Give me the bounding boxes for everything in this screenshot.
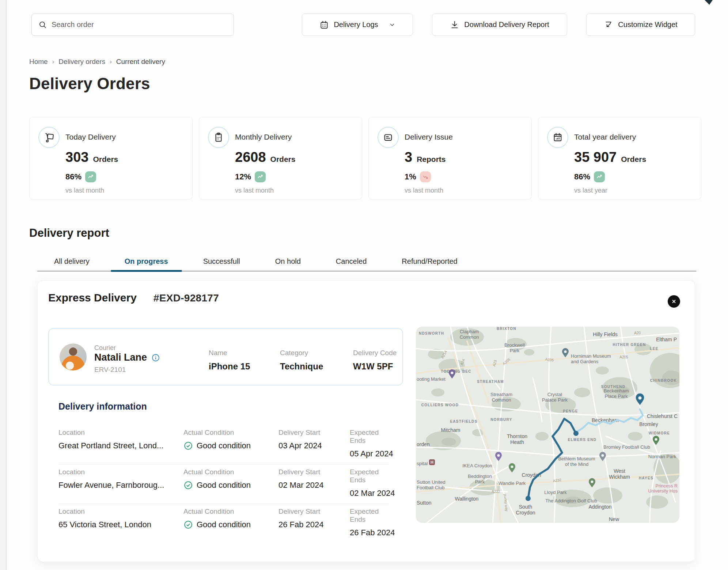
trend-up-icon bbox=[594, 171, 605, 182]
clipboard-icon bbox=[208, 127, 229, 148]
delivery-info-row: Location 65 Victoria Street, London Actu… bbox=[58, 504, 388, 543]
location-value: Great Portland Street, Lond... bbox=[58, 441, 163, 451]
delivery-information-heading: Delivery information bbox=[58, 401, 147, 412]
stat-percent: 12% bbox=[235, 172, 251, 182]
map-label: Bromley bbox=[639, 421, 658, 427]
courier-id: ERV-2101 bbox=[94, 366, 126, 374]
column-label: Location bbox=[58, 508, 151, 516]
express-header: Express Delivery #EXD-928177 bbox=[48, 292, 219, 304]
map-label: BeckenhamPlace Park bbox=[604, 388, 629, 399]
delivery-logs-button[interactable]: Delivery Logs bbox=[302, 14, 413, 36]
stat-title: Delivery Issue bbox=[405, 133, 453, 141]
stat-unit: Orders bbox=[621, 155, 646, 164]
map-label: COLLIERS WOOD bbox=[421, 403, 459, 407]
column-label: Delivery Start bbox=[278, 468, 324, 476]
customize-widget-button[interactable]: Customize Widget bbox=[586, 14, 695, 36]
calendar-chart-icon bbox=[547, 127, 568, 148]
column-label: Expected Ends bbox=[350, 429, 393, 445]
stat-title: Total year delivery bbox=[574, 133, 636, 141]
download-icon bbox=[450, 20, 459, 30]
column-label: Delivery Start bbox=[278, 508, 324, 516]
page-title: Delivery Orders bbox=[29, 75, 150, 93]
map-label: Eltham P bbox=[656, 337, 677, 342]
map-label: Addington bbox=[588, 504, 611, 510]
stat-unit: Orders bbox=[270, 155, 296, 164]
express-code: #EXD-928177 bbox=[153, 292, 219, 304]
field-label: Category bbox=[280, 349, 323, 357]
field-value: iPhone 15 bbox=[209, 361, 250, 372]
route-map[interactable]: NDSWORTHClaphamCommonBRIXTONHilly Fields… bbox=[416, 327, 679, 523]
map-label: Chislehurst C bbox=[647, 413, 678, 419]
stat-title: Monthly Delivery bbox=[235, 133, 292, 141]
search-input[interactable] bbox=[52, 20, 227, 29]
condition-value: Good condition bbox=[197, 441, 251, 451]
stat-comparison: vs last month bbox=[235, 187, 274, 194]
report-heading: Delivery report bbox=[29, 227, 109, 240]
info-icon[interactable] bbox=[151, 353, 160, 362]
stat-card-delivery-issue: Delivery Issue 3Reports 1% vs last month bbox=[368, 117, 532, 200]
tab-successfull[interactable]: Successfull bbox=[186, 254, 257, 271]
start-date: 26 Fab 2024 bbox=[278, 520, 324, 529]
field-delivery-code: Delivery Code W1W 5PF bbox=[353, 349, 397, 372]
courier-card: Courier Natali Lane ERV-2101 Name iPhone… bbox=[48, 328, 403, 385]
left-rail bbox=[0, 0, 7, 570]
field-label: Name bbox=[209, 349, 250, 357]
field-value: Technique bbox=[280, 361, 323, 372]
tab-canceled[interactable]: Canceled bbox=[319, 254, 384, 271]
delivery-info-row: Location Fowler Avenue, Farnboroug... Ac… bbox=[58, 464, 388, 504]
trend-up-icon bbox=[85, 171, 96, 182]
map-label: IKEA Croydon bbox=[462, 463, 492, 468]
search-box bbox=[31, 14, 234, 36]
stat-value: 2608 bbox=[235, 149, 266, 165]
map-label: HITHER GREEN bbox=[613, 343, 646, 347]
check-circle-icon bbox=[183, 520, 193, 529]
tab-all-delivery[interactable]: All delivery bbox=[37, 254, 106, 271]
tab-refund-reported[interactable]: Refund/Reported bbox=[385, 254, 474, 271]
field-value: W1W 5PF bbox=[353, 361, 397, 372]
tab-on-progress[interactable]: On progress bbox=[108, 254, 185, 271]
map-label: Wandle Park bbox=[498, 480, 526, 486]
map-label: A232 bbox=[492, 490, 500, 494]
stat-percent: 86% bbox=[65, 172, 81, 182]
map-label: ClaphamCommon bbox=[460, 329, 479, 340]
map-label: PENGE bbox=[563, 409, 578, 413]
courier-name: Natali Lane bbox=[94, 352, 147, 363]
breadcrumb-delivery-orders[interactable]: Delivery orders bbox=[58, 58, 105, 66]
start-date: 02 Mar 2024 bbox=[278, 480, 324, 490]
map-label: spital bbox=[417, 461, 428, 466]
map-label: The Addington Golf Club bbox=[545, 498, 597, 503]
courier-avatar bbox=[60, 343, 87, 370]
calendar-icon bbox=[319, 20, 329, 30]
map-label: ELMERS END bbox=[568, 438, 597, 442]
breadcrumb-home[interactable]: Home bbox=[29, 58, 48, 66]
map-label: Sutton UnitedFootball Club bbox=[417, 479, 445, 490]
express-delivery-card: Express Delivery #EXD-928177 Courier Nat… bbox=[37, 280, 695, 562]
close-icon bbox=[671, 299, 677, 304]
end-date: 26 Fab 2024 bbox=[350, 528, 395, 537]
report-tabs: All delivery On progress Successfull On … bbox=[37, 254, 696, 271]
map-label: StreathamCommon bbox=[490, 392, 512, 403]
download-report-label: Download Delivery Report bbox=[464, 20, 549, 29]
route-waypoint-dot bbox=[573, 431, 579, 436]
column-label: Location bbox=[58, 429, 163, 437]
condition-value: Good condition bbox=[197, 520, 251, 529]
map-label: EASTFIELDS bbox=[450, 419, 477, 423]
map-label: orden bbox=[417, 441, 430, 447]
check-circle-icon bbox=[183, 480, 193, 490]
svg-text:H: H bbox=[431, 460, 433, 464]
issue-card-icon bbox=[378, 127, 399, 148]
map-label: ooting Market bbox=[417, 376, 445, 382]
stat-percent: 86% bbox=[574, 172, 590, 182]
breadcrumb-current-delivery[interactable]: Current delivery bbox=[116, 58, 165, 66]
location-value: 65 Victoria Street, London bbox=[58, 520, 151, 529]
tab-on-hold[interactable]: On hold bbox=[258, 254, 318, 271]
column-label: Expected Ends bbox=[350, 508, 395, 524]
map-label: STREATHAM bbox=[477, 380, 504, 384]
download-report-button[interactable]: Download Delivery Report bbox=[432, 14, 567, 36]
column-label: Delivery Start bbox=[278, 429, 322, 437]
close-button[interactable] bbox=[668, 295, 680, 308]
location-value: Fowler Avenue, Farnboroug... bbox=[58, 480, 164, 490]
breadcrumb: Home › Delivery orders › Current deliver… bbox=[29, 58, 165, 66]
stat-value: 3 bbox=[405, 149, 412, 165]
customize-widget-icon bbox=[604, 20, 613, 30]
